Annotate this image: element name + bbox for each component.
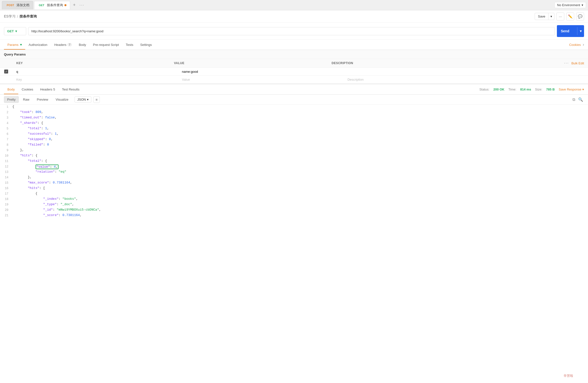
- tab-authorization[interactable]: Authorization: [25, 40, 51, 50]
- tab-params[interactable]: Params: [4, 40, 25, 50]
- save-response-chevron: ▾: [582, 88, 584, 91]
- search-icon[interactable]: 🔍: [577, 96, 584, 103]
- wrap-lines-button[interactable]: ≡: [93, 96, 100, 103]
- tab-tests-label: Tests: [126, 43, 133, 47]
- format-type-select[interactable]: JSON ▾: [75, 96, 91, 103]
- format-bar: Pretty Raw Preview Visualize JSON ▾ ≡ ⧉ …: [0, 95, 588, 105]
- param-check-1[interactable]: [0, 68, 12, 76]
- param-row-1: [0, 68, 588, 76]
- save-label[interactable]: Save: [535, 13, 548, 20]
- save-button[interactable]: Save ▾: [535, 13, 554, 20]
- tab-body[interactable]: Body: [75, 40, 90, 50]
- fmt-tab-preview[interactable]: Preview: [34, 96, 51, 103]
- size-value: 785 B: [546, 88, 555, 91]
- tab-tests[interactable]: Tests: [122, 40, 137, 50]
- method-select[interactable]: GET ▾: [4, 27, 26, 35]
- watermark: 辛苦啦: [564, 374, 573, 378]
- url-bar: GET ▾ Send ▾: [0, 23, 588, 40]
- params-table: KEY VALUE DESCRIPTION ··· Bulk Edit: [0, 59, 588, 84]
- cookies-tab[interactable]: Cookies: [569, 43, 581, 47]
- tab-headers[interactable]: Headers 7: [51, 40, 75, 50]
- toolbar: ES学习 / 按条件查询 Save ▾ ··· ✏️ 💬: [0, 10, 588, 23]
- json-line-6: 6 "successful": 1,: [0, 132, 588, 137]
- desc-col-header: DESCRIPTION: [328, 59, 560, 67]
- fmt-tab-visualize[interactable]: Visualize: [52, 96, 72, 103]
- response-section: Body Cookies Headers 5 Test Results Stat…: [0, 84, 588, 228]
- tab-auth-label: Authorization: [29, 43, 47, 47]
- res-headers-badge: 5: [53, 88, 55, 91]
- json-line-15: 15 "max_score": 0.7381164,: [0, 181, 588, 186]
- key-col-header: KEY: [12, 59, 170, 67]
- param-check-2: [0, 78, 12, 82]
- param-row-2: [0, 76, 588, 84]
- fmt-tab-pretty[interactable]: Pretty: [4, 96, 19, 103]
- save-dropdown-arrow[interactable]: ▾: [548, 13, 554, 20]
- response-tabs-bar: Body Cookies Headers 5 Test Results Stat…: [0, 84, 588, 95]
- env-label: No Environment: [557, 3, 580, 7]
- tab-get-label: 按条件查询: [47, 3, 63, 7]
- fmt-tab-raw[interactable]: Raw: [20, 96, 33, 103]
- params-active-dot: [20, 44, 22, 45]
- save-response-button[interactable]: Save Response ▾: [559, 88, 584, 91]
- format-type-chevron-icon: ▾: [87, 98, 89, 101]
- toolbar-actions: Save ▾ ··· ✏️ 💬: [535, 13, 584, 20]
- json-line-11: 11 "total": {: [0, 159, 588, 164]
- param-key-1: [12, 68, 178, 76]
- param-key-2: [12, 76, 178, 83]
- res-tab-cookies[interactable]: Cookies: [18, 85, 37, 94]
- json-line-8: 8 "failed": 0: [0, 143, 588, 148]
- res-tab-body[interactable]: Body: [4, 85, 18, 94]
- breadcrumb-separator: /: [17, 15, 18, 19]
- edit-icon[interactable]: ✏️: [566, 13, 574, 20]
- res-test-label: Test Results: [62, 88, 80, 91]
- env-selector[interactable]: No Environment ▾: [554, 2, 586, 8]
- res-tab-headers[interactable]: Headers 5: [37, 85, 59, 94]
- param-value-input-1[interactable]: [182, 70, 340, 74]
- more-options-button[interactable]: ···: [556, 13, 564, 20]
- method-label: GET: [7, 29, 14, 33]
- copy-icon[interactable]: ⧉: [571, 96, 576, 103]
- param-desc-input-2[interactable]: [347, 78, 584, 81]
- tab-bar: POST 添加文档 GET 按条件查询 + ··· No Environment…: [0, 0, 588, 10]
- param-key-input-1[interactable]: [16, 70, 174, 74]
- json-line-17: 17 {: [0, 192, 588, 197]
- json-line-4: 4 "_shards": {: [0, 121, 588, 126]
- right-chevron-icon[interactable]: ›: [583, 42, 584, 47]
- param-value-1: [178, 68, 344, 76]
- json-line-5: 5 "total": 1,: [0, 126, 588, 132]
- send-button[interactable]: Send ▾: [557, 25, 584, 37]
- json-line-7: 7 "skipped": 0,: [0, 137, 588, 143]
- breadcrumb: ES学习 / 按条件查询: [4, 14, 533, 19]
- time-label: Time:: [508, 88, 516, 91]
- json-line-9: 9 },: [0, 148, 588, 153]
- checkbox-checked-icon[interactable]: [4, 70, 8, 74]
- tab-headers-label: Headers: [54, 43, 66, 47]
- new-tab-button[interactable]: +: [71, 2, 78, 8]
- more-cols-icon[interactable]: ···: [564, 61, 569, 65]
- bulk-edit-button[interactable]: Bulk Edit: [571, 61, 584, 65]
- res-body-label: Body: [7, 88, 15, 91]
- breadcrumb-root: ES学习: [4, 14, 16, 19]
- param-desc-input-1[interactable]: [347, 70, 584, 74]
- tab-get-query[interactable]: GET 按条件查询: [34, 1, 70, 9]
- res-cookies-label: Cookies: [22, 88, 33, 91]
- size-label: Size:: [535, 88, 542, 91]
- comment-icon[interactable]: 💬: [576, 13, 584, 20]
- value-col-header: VALUE: [170, 59, 327, 67]
- res-headers-label: Headers: [40, 88, 52, 91]
- param-key-input-2[interactable]: [16, 78, 174, 81]
- json-line-3: 3 "timed_out": false,: [0, 115, 588, 121]
- tab-more-button[interactable]: ···: [79, 3, 85, 7]
- send-dropdown-arrow[interactable]: ▾: [577, 27, 584, 35]
- url-input[interactable]: [28, 27, 555, 35]
- headers-badge: 7: [67, 43, 72, 46]
- status-label: Status:: [479, 88, 489, 91]
- res-tab-test-results[interactable]: Test Results: [59, 85, 83, 94]
- json-line-16: 16 "hits": [: [0, 186, 588, 192]
- tab-post-add[interactable]: POST 添加文档: [2, 1, 33, 9]
- param-value-input-2[interactable]: [182, 78, 340, 81]
- send-label[interactable]: Send: [557, 27, 577, 35]
- tab-settings[interactable]: Settings: [137, 40, 155, 50]
- tab-pre-request[interactable]: Pre-request Script: [90, 40, 123, 50]
- method-chevron-icon: ▾: [15, 29, 17, 33]
